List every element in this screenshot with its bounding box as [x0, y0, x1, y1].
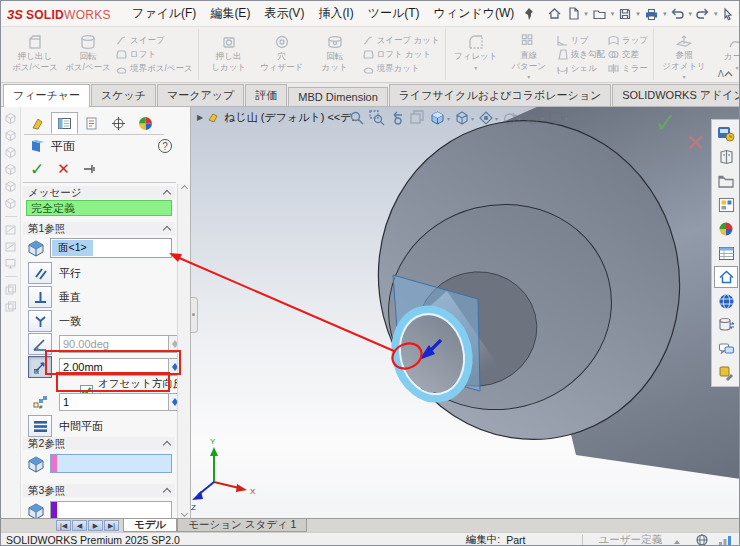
view-orientation-icon[interactable]: ▾: [429, 110, 450, 126]
loft-button[interactable]: ロフト: [116, 49, 193, 61]
ref2-section-header[interactable]: 第2参照: [23, 437, 175, 450]
loft-cut-button[interactable]: ロフト カット: [363, 49, 440, 61]
rib-button[interactable]: リブ: [557, 35, 605, 47]
tab-configuration-manager[interactable]: [78, 112, 105, 134]
fillet-button[interactable]: フィレット ▾: [451, 29, 501, 80]
menu-edit[interactable]: 編集(E): [203, 2, 257, 25]
sweep-cut-button[interactable]: スイープ カット: [363, 35, 440, 47]
expand-arrow-icon[interactable]: ▶: [197, 113, 203, 122]
save-icon[interactable]: [616, 6, 634, 22]
menu-view[interactable]: 表示(V): [257, 2, 311, 25]
confirm-ok-corner[interactable]: ✓: [654, 107, 677, 139]
file-explorer-icon[interactable]: [714, 170, 738, 192]
tab-property-manager[interactable]: [51, 112, 78, 134]
tab-markup[interactable]: マークアップ: [157, 84, 244, 106]
tab-features[interactable]: フィーチャー: [3, 84, 90, 107]
pm-scrollbar[interactable]: [177, 184, 190, 518]
shell-button[interactable]: シェル: [557, 63, 605, 75]
cancel-button[interactable]: ✕: [57, 160, 70, 178]
draft-button[interactable]: 抜き勾配: [557, 49, 605, 61]
reference-sketch-icon[interactable]: [4, 240, 17, 253]
save-dropdown[interactable]: ▾: [636, 10, 640, 18]
extrude-boss-button[interactable]: 押し出し ボス/ベース: [10, 29, 60, 80]
offset-distance-input[interactable]: [59, 358, 169, 376]
menu-insert[interactable]: 挿入(I): [311, 2, 360, 25]
plane-count-input[interactable]: [59, 393, 169, 411]
wrap-button[interactable]: ラップ: [608, 35, 648, 47]
scroll-next-button[interactable]: ▶: [88, 520, 103, 531]
reference-cube-icon[interactable]: [4, 180, 17, 193]
sweep-button[interactable]: スイープ: [116, 35, 193, 47]
boundary-boss-button[interactable]: 境界ボス/ベース: [116, 63, 193, 75]
reference-copy-icon[interactable]: [4, 300, 17, 313]
menu-window[interactable]: ウィンドウ(W): [427, 2, 522, 25]
message-section-header[interactable]: メッセージ: [23, 186, 175, 199]
tab-lifecycle-collaboration[interactable]: ライフサイクルおよびコラボレーション: [389, 84, 611, 106]
units-label[interactable]: ユーザー定義: [599, 533, 663, 546]
scroll-down-icon[interactable]: [180, 510, 187, 517]
reference-cube-icon[interactable]: [4, 129, 17, 142]
tab-mbd-dimension[interactable]: MBD Dimension: [288, 87, 387, 106]
section-view-icon[interactable]: [409, 110, 425, 126]
custom-properties-icon[interactable]: [714, 242, 738, 264]
selected-face-item[interactable]: 面<1>: [52, 240, 93, 256]
reference-sketch-icon[interactable]: [4, 223, 17, 236]
ref1-section-header[interactable]: 第1参照: [23, 222, 175, 235]
appearances-icon[interactable]: [714, 218, 738, 240]
coincident-button[interactable]: [28, 310, 52, 332]
tab-solidworks-addins[interactable]: SOLIDWORKS アドイン: [612, 84, 740, 106]
menu-tools[interactable]: ツール(T): [361, 2, 427, 25]
ref2-selection-box[interactable]: [50, 454, 172, 473]
reference-copy-icon[interactable]: [4, 283, 17, 296]
home-tab-icon[interactable]: [714, 266, 738, 288]
graphics-viewport[interactable]: Y X Z ▶ ねじ山 (デフォルト) <<デ... ▾ ▾ ▾ ▾ ▾ ▾ ✓…: [191, 107, 740, 518]
ref3-selection-box[interactable]: [50, 501, 172, 519]
new-dropdown[interactable]: ▾: [584, 10, 588, 18]
extrude-cut-button[interactable]: 押し出 しカット: [204, 29, 254, 80]
reference-cube-icon[interactable]: [4, 146, 17, 159]
ribbon-collapse-chevron[interactable]: ᐱ︎: [718, 69, 733, 79]
menu-file[interactable]: ファイル(F): [125, 2, 203, 25]
ok-button[interactable]: ✓: [30, 159, 44, 180]
model-canvas[interactable]: Y X Z: [191, 107, 740, 518]
view-palette-icon[interactable]: [714, 194, 738, 216]
undo-icon[interactable]: [668, 6, 686, 21]
parallel-button[interactable]: [28, 262, 52, 284]
home-icon[interactable]: [545, 5, 564, 22]
reference-cube-icon[interactable]: [4, 197, 17, 210]
select-cursor-icon[interactable]: [719, 6, 736, 22]
previous-view-icon[interactable]: [389, 110, 405, 126]
boundary-cut-button[interactable]: 境界カット: [363, 63, 440, 75]
solidworks-resources-icon[interactable]: [714, 122, 738, 144]
reference-geometry-button[interactable]: 参照 ジオメトリ ▾: [659, 29, 709, 80]
data-sync-icon[interactable]: [714, 314, 738, 336]
confirm-cancel-corner[interactable]: ✕: [685, 129, 705, 157]
zoom-fit-icon[interactable]: [349, 110, 365, 126]
panel-splitter-handle[interactable]: [191, 297, 198, 333]
flyout-feature-tree[interactable]: ▶ ねじ山 (デフォルト) <<デ...: [197, 110, 361, 125]
pm-help-icon[interactable]: ?: [158, 139, 172, 153]
new-document-icon[interactable]: [565, 5, 582, 22]
tab-display-manager[interactable]: [132, 112, 159, 134]
scroll-prev-button[interactable]: ◀: [72, 520, 87, 531]
forum-icon[interactable]: [714, 338, 738, 360]
ref3-section-header[interactable]: 第3参照: [23, 484, 175, 497]
scroll-up-icon[interactable]: [180, 185, 187, 192]
redo-icon[interactable]: [694, 6, 712, 21]
perpendicular-button[interactable]: [28, 286, 52, 308]
design-library-icon[interactable]: [714, 146, 738, 168]
reference-cube-icon[interactable]: [4, 112, 17, 125]
motion-study-tab[interactable]: モーション スタディ 1: [177, 519, 307, 532]
pin-icon[interactable]: [523, 7, 535, 21]
tab-feature-tree[interactable]: [24, 112, 51, 134]
angle-input[interactable]: [59, 335, 169, 353]
redo-dropdown[interactable]: ▾: [714, 10, 718, 18]
globe-status-icon[interactable]: [696, 534, 708, 546]
tab-sketch[interactable]: スケッチ: [91, 84, 156, 106]
open-dropdown[interactable]: ▾: [611, 10, 615, 18]
scroll-last-button[interactable]: ▶|: [104, 520, 119, 531]
units-caret-icon[interactable]: [674, 537, 680, 544]
reference-cube-icon[interactable]: [4, 163, 17, 176]
open-icon[interactable]: [590, 6, 609, 22]
midplane-button[interactable]: [28, 415, 52, 437]
